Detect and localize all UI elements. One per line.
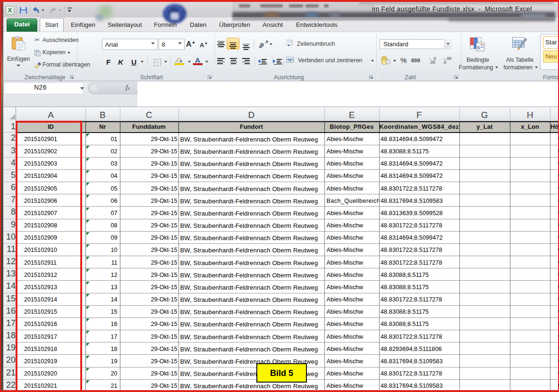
svg-text:.0: .0 bbox=[443, 60, 446, 64]
svg-text:a: a bbox=[289, 58, 291, 62]
svg-text:≤: ≤ bbox=[477, 45, 480, 50]
svg-text:.00: .00 bbox=[430, 60, 435, 64]
svg-text:ab: ab bbox=[259, 41, 265, 48]
